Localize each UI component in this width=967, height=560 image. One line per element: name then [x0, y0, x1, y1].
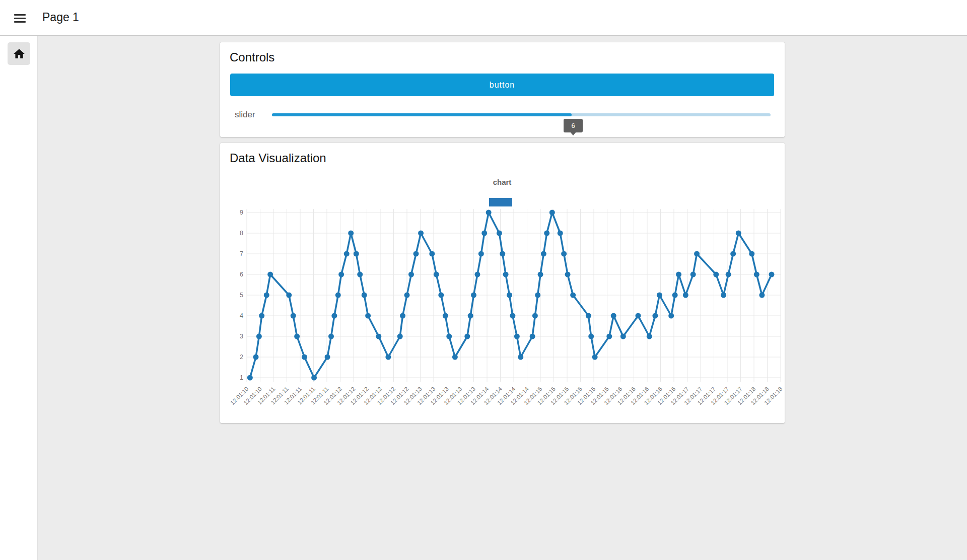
- data-point: [538, 272, 543, 277]
- data-point: [683, 293, 688, 298]
- data-point: [362, 293, 367, 298]
- action-button[interactable]: button: [230, 74, 774, 96]
- data-point: [376, 334, 381, 339]
- data-point: [676, 272, 681, 277]
- data-point: [464, 334, 470, 339]
- slider-tooltip-arrow: [570, 132, 576, 135]
- data-point: [759, 293, 765, 298]
- data-point: [267, 272, 273, 277]
- slider-label: slider: [235, 110, 255, 120]
- data-point: [446, 334, 452, 339]
- data-point: [549, 210, 555, 216]
- data-point: [588, 334, 594, 339]
- slider-track[interactable]: 6: [272, 113, 771, 116]
- y-tick-label: 3: [240, 333, 243, 340]
- data-point: [486, 210, 492, 216]
- data-point: [328, 334, 334, 339]
- data-point: [325, 355, 330, 360]
- hamburger-icon: [14, 14, 26, 16]
- data-point: [657, 293, 662, 298]
- line-chart-canvas[interactable]: 12:01:1012:01:1012:01:1112:01:1112:01:11…: [220, 143, 785, 423]
- data-point: [544, 231, 549, 236]
- main-content: Controls button slider 6 Data Visualizat…: [38, 36, 967, 560]
- data-point: [652, 313, 658, 319]
- top-bar: Page 1: [0, 0, 967, 36]
- controls-card: Controls button slider 6: [220, 42, 785, 137]
- data-point: [668, 313, 674, 319]
- y-tick-label: 2: [240, 354, 243, 361]
- data-point: [647, 334, 652, 339]
- slider-track-fill: [272, 113, 572, 116]
- data-point: [413, 251, 419, 257]
- data-point: [694, 251, 700, 257]
- data-point: [754, 272, 759, 277]
- data-point: [357, 272, 363, 277]
- data-point: [736, 231, 741, 236]
- y-tick-label: 5: [240, 292, 243, 299]
- data-point: [264, 293, 269, 298]
- data-point: [541, 251, 546, 257]
- data-point: [635, 313, 641, 319]
- sidebar: [0, 36, 38, 560]
- chart-title: chart: [493, 178, 512, 186]
- data-point: [749, 251, 754, 257]
- y-tick-label: 7: [240, 250, 243, 257]
- data-point: [408, 272, 414, 277]
- data-point: [570, 293, 576, 298]
- data-point: [514, 334, 520, 339]
- data-point: [429, 251, 435, 257]
- data-point: [620, 334, 626, 339]
- data-point: [500, 251, 505, 257]
- data-point: [438, 293, 444, 298]
- page-title: Page 1: [42, 11, 79, 24]
- data-point: [256, 334, 262, 339]
- home-button[interactable]: [8, 42, 30, 65]
- data-point: [468, 313, 473, 319]
- data-point: [344, 251, 350, 257]
- hamburger-icon: [14, 21, 26, 23]
- data-point: [481, 231, 487, 236]
- y-tick-label: 8: [240, 230, 243, 237]
- data-point: [471, 293, 476, 298]
- y-tick-label: 6: [240, 271, 243, 278]
- data-point: [259, 313, 264, 319]
- data-point: [497, 231, 502, 236]
- data-point: [507, 293, 512, 298]
- data-point: [294, 334, 300, 339]
- data-point: [518, 355, 523, 360]
- menu-button[interactable]: [13, 11, 27, 24]
- data-point: [690, 272, 696, 277]
- data-point: [404, 293, 410, 298]
- data-point: [302, 355, 307, 360]
- legend-swatch: [489, 198, 512, 206]
- data-point: [338, 272, 344, 277]
- data-point: [443, 313, 448, 319]
- y-tick-label: 9: [240, 209, 243, 216]
- data-point: [291, 313, 296, 319]
- data-point: [721, 293, 726, 298]
- data-point: [385, 355, 391, 360]
- data-point: [672, 293, 678, 298]
- y-tick-label: 1: [240, 374, 243, 381]
- home-icon: [13, 47, 26, 60]
- data-point: [561, 251, 567, 257]
- data-point: [713, 272, 719, 277]
- data-point: [365, 313, 371, 319]
- data-point: [335, 293, 341, 298]
- data-point: [253, 355, 259, 360]
- data-point: [586, 313, 591, 319]
- chart-card: Data Visualization 12:01:1012:01:1012:01…: [220, 143, 785, 423]
- data-point: [510, 313, 515, 319]
- data-point: [434, 272, 439, 277]
- data-point: [311, 375, 317, 381]
- data-point: [400, 313, 405, 319]
- controls-heading: Controls: [230, 50, 274, 64]
- data-point: [558, 231, 563, 236]
- data-point: [354, 251, 359, 257]
- data-point: [530, 334, 535, 339]
- data-point: [606, 334, 612, 339]
- data-point: [726, 272, 731, 277]
- data-point: [535, 293, 540, 298]
- data-point: [592, 355, 598, 360]
- data-point: [452, 355, 458, 360]
